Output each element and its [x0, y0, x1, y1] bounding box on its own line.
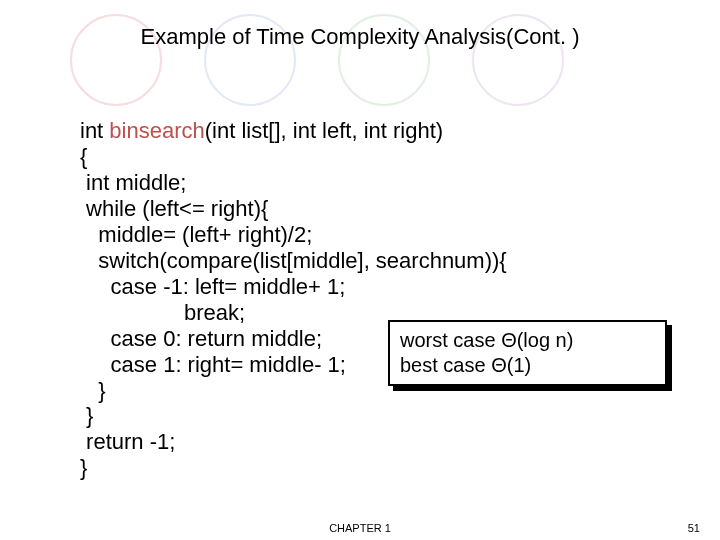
code-line: case -1: left= middle+ 1; — [80, 274, 345, 299]
code-line: } — [80, 403, 93, 428]
code-line: middle= (left+ right)/2; — [80, 222, 312, 247]
code-block: int binsearch(int list[], int left, int … — [80, 118, 507, 481]
code-line: break; — [80, 300, 245, 325]
code-line: (int list[], int left, int right) — [205, 118, 443, 143]
callout-line: best case Θ(1) — [400, 353, 655, 378]
page-number: 51 — [688, 522, 700, 534]
code-line: return -1; — [80, 429, 175, 454]
code-line: while (left<= right){ — [80, 196, 268, 221]
code-line: switch(compare(list[middle], searchnum))… — [80, 248, 507, 273]
code-line: case 1: right= middle- 1; — [80, 352, 346, 377]
code-line: { — [80, 144, 87, 169]
complexity-callout: worst case Θ(log n) best case Θ(1) — [388, 320, 667, 386]
code-line: case 0: return middle; — [80, 326, 322, 351]
callout-line: worst case Θ(log n) — [400, 328, 655, 353]
function-name: binsearch — [109, 118, 204, 143]
code-line: int — [80, 118, 109, 143]
code-line: } — [80, 455, 87, 480]
code-line: } — [80, 378, 106, 403]
code-line: int middle; — [80, 170, 186, 195]
slide-title: Example of Time Complexity Analysis(Cont… — [0, 24, 720, 50]
chapter-label: CHAPTER 1 — [329, 522, 391, 534]
